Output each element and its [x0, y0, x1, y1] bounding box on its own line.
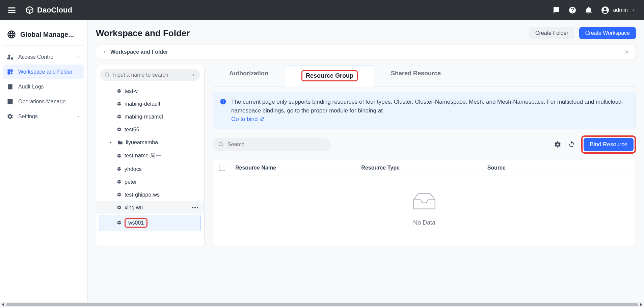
- user-name: admin: [613, 7, 628, 13]
- sidebar-title: Global Manage...: [20, 31, 74, 39]
- scrollbar-thumb[interactable]: [6, 303, 638, 306]
- users-gear-icon: [7, 54, 14, 60]
- sidebar-item-4[interactable]: Settings: [3, 109, 84, 124]
- workspace-item-icon: [116, 192, 122, 198]
- sidebar-item-label: Settings: [18, 113, 38, 120]
- chevron-down-icon: [631, 8, 636, 12]
- resource-search[interactable]: [213, 138, 331, 151]
- action-row: Bind Resource: [213, 135, 636, 154]
- sidebar-item-0[interactable]: Access Control: [3, 50, 84, 65]
- banner-text: The current page only supports binding r…: [231, 99, 623, 114]
- expand-caret-icon[interactable]: [109, 141, 112, 144]
- resource-table: Resource Name Resource Type Source No Da…: [213, 160, 636, 247]
- breadcrumb-text[interactable]: Workspace and Folder: [110, 49, 168, 55]
- chevron-down-icon: [76, 55, 81, 59]
- tree-item-label: test66: [125, 127, 139, 133]
- empty-text: No Data: [213, 219, 636, 226]
- workspace-icon: [7, 69, 14, 75]
- tree-item-2[interactable]: mabing-mcamel: [96, 110, 204, 123]
- col-action: [609, 160, 636, 176]
- tree-search-input[interactable]: [113, 72, 188, 78]
- workspace-item-icon: [116, 88, 122, 94]
- bind-resource-highlight: Bind Resource: [581, 135, 636, 154]
- collapse-tree-icon[interactable]: [191, 72, 196, 78]
- horizontal-scrollbar[interactable]: [0, 302, 644, 307]
- cube-icon: [25, 5, 34, 15]
- create-workspace-button[interactable]: Create Workspace: [579, 27, 636, 39]
- folder-icon: [117, 139, 123, 146]
- settings-button[interactable]: [553, 140, 562, 149]
- brand-logo[interactable]: DaoCloud: [25, 5, 72, 15]
- sidebar-item-2[interactable]: Audit Logs: [3, 79, 84, 94]
- col-source: Source: [483, 160, 609, 176]
- tab-1[interactable]: Resource Group: [285, 65, 374, 86]
- search-icon: [218, 142, 224, 148]
- gear-icon: [554, 141, 561, 148]
- search-icon: [104, 72, 110, 78]
- resource-search-input[interactable]: [227, 142, 325, 148]
- tabs: AuthorizationResource GroupShared Resour…: [213, 65, 636, 86]
- bind-resource-button[interactable]: Bind Resource: [584, 138, 634, 151]
- more-actions-icon[interactable]: [192, 207, 199, 208]
- tab-label: Resource Group: [301, 70, 358, 81]
- chevron-right-icon: [102, 50, 107, 54]
- help-icon[interactable]: [568, 6, 576, 14]
- close-icon[interactable]: [624, 49, 629, 55]
- workspace-item-icon: [116, 101, 122, 107]
- tree-item-6[interactable]: yhdocs: [96, 163, 204, 176]
- brand-name: DaoCloud: [37, 6, 72, 15]
- tab-2[interactable]: Shared Resource: [374, 65, 457, 86]
- tree-item-9[interactable]: xing.wu: [96, 201, 204, 214]
- tree-item-0[interactable]: test-v: [96, 85, 204, 98]
- tree-item-label: mabing-mcamel: [125, 114, 163, 120]
- tree-item-1[interactable]: mabing-default: [96, 98, 204, 110]
- tree-item-5[interactable]: test-name-周一: [96, 149, 204, 163]
- info-banner: The current page only supports binding r…: [213, 92, 636, 129]
- breadcrumb: Workspace and Folder: [96, 45, 636, 59]
- scroll-right-icon[interactable]: [640, 303, 642, 306]
- scroll-left-icon[interactable]: [2, 303, 4, 306]
- tree-search[interactable]: [100, 69, 200, 81]
- external-link-icon: [260, 117, 264, 122]
- tree-item-7[interactable]: peter: [96, 176, 204, 188]
- user-menu[interactable]: admin: [601, 6, 636, 15]
- svg-point-2: [223, 100, 223, 101]
- tree-item-8[interactable]: test-ghippo-ws: [96, 188, 204, 201]
- col-name: Resource Name: [231, 160, 357, 176]
- create-folder-button[interactable]: Create Folder: [529, 27, 574, 39]
- tree-item-label: mabing-default: [125, 101, 160, 107]
- sidebar-item-label: Audit Logs: [18, 84, 44, 90]
- globe-icon: [7, 30, 16, 39]
- tab-label: Authorization: [229, 70, 268, 77]
- main-content: Workspace and Folder Create Folder Creat…: [88, 20, 644, 302]
- refresh-icon: [568, 141, 575, 148]
- gear-icon: [7, 113, 14, 120]
- tree-item-label: test-v: [125, 88, 138, 94]
- sidebar: Global Manage... Access ControlWorkspace…: [0, 20, 88, 302]
- audit-icon: [7, 83, 14, 90]
- tree-item-3[interactable]: test66: [96, 123, 204, 136]
- sidebar-item-label: Workspace and Folder: [18, 69, 73, 75]
- tree-item-label: ws001: [125, 218, 147, 228]
- chat-icon[interactable]: [552, 6, 560, 14]
- tree-list: test-vmabing-defaultmabing-mcameltest66l…: [96, 85, 204, 231]
- info-icon: [220, 98, 226, 105]
- go-to-bind-link[interactable]: Go to bind: [231, 115, 264, 124]
- topbar: DaoCloud admin: [0, 0, 644, 20]
- sidebar-item-1[interactable]: Workspace and Folder: [3, 65, 84, 79]
- menu-toggle[interactable]: [8, 7, 16, 13]
- workspace-item-icon: [116, 220, 122, 226]
- inbox-icon: [409, 189, 439, 213]
- tab-0[interactable]: Authorization: [213, 65, 285, 86]
- tree-item-label: xing.wu: [125, 205, 143, 211]
- workspace-item-icon: [116, 205, 122, 210]
- sidebar-item-3[interactable]: Operations Manage...: [3, 94, 84, 109]
- workspace-tree-panel: test-vmabing-defaultmabing-mcameltest66l…: [96, 65, 205, 247]
- tree-item-label: liyueamamba: [126, 139, 158, 146]
- select-all-checkbox[interactable]: [219, 165, 225, 171]
- chevron-down-icon: [76, 114, 81, 119]
- refresh-button[interactable]: [567, 140, 576, 149]
- tree-item-10[interactable]: ws001: [100, 215, 201, 231]
- bell-icon[interactable]: [585, 6, 593, 14]
- tree-item-4[interactable]: liyueamamba: [96, 136, 204, 149]
